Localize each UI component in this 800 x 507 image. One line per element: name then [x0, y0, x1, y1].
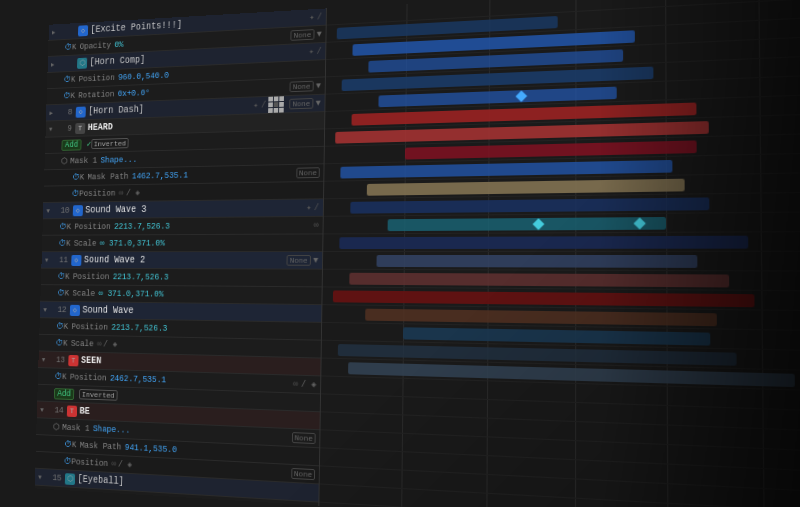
- layer-number: 12: [51, 305, 66, 314]
- add-badge: Add: [61, 139, 81, 150]
- layer-row[interactable]: ▶ ◇ [Excite Points!!!] ✦ /: [48, 8, 325, 40]
- layer-row-sub[interactable]: ⏱ K Rotation 0x-29.0°: [34, 502, 318, 505]
- row-controls: None: [296, 167, 323, 178]
- row-controls: ∞: [314, 220, 323, 230]
- stopwatch-icon: ⏱: [54, 371, 62, 381]
- layer-icon-comp: ⬡: [77, 57, 87, 68]
- track-bar: [349, 273, 729, 288]
- layer-number: 15: [46, 473, 61, 483]
- prop-label: K: [72, 42, 77, 51]
- track-bar: [388, 217, 666, 231]
- timeline-tracks: [319, 0, 800, 507]
- prop-value: 960.0,1472.0: [107, 493, 164, 505]
- row-controls: None ▼: [287, 255, 322, 266]
- layer-number: 10: [55, 206, 70, 215]
- expand-arrow[interactable]: ▼: [43, 306, 50, 313]
- stopwatch-icon: ⏱: [55, 338, 63, 348]
- layer-number: 11: [53, 255, 68, 264]
- expand-arrow[interactable]: ▼: [46, 207, 53, 214]
- track-row: [323, 232, 800, 252]
- prop-label: K: [80, 173, 85, 182]
- stopwatch-icon: ⏱: [51, 489, 59, 500]
- layer-icon-text: T: [75, 122, 85, 133]
- layer-number: [59, 63, 74, 64]
- prop-label: K: [64, 289, 69, 298]
- layer-number: 8: [58, 107, 73, 117]
- prop-label: K: [66, 239, 71, 248]
- layer-row-sub[interactable]: ⏱ K Scale ∞ 371.0,371.0%: [42, 234, 323, 252]
- stopwatch-icon: ⏱: [56, 321, 64, 331]
- layer-icon-shape: ◇: [71, 254, 81, 265]
- stopwatch-icon: ⏱: [63, 75, 71, 85]
- stopwatch-icon: ⏱: [59, 222, 67, 232]
- layer-icon-comp: ⬡: [65, 473, 75, 485]
- prop-value: 0%: [114, 40, 123, 50]
- prop-label: K: [58, 490, 63, 500]
- layer-list-panel: ▶ ◇ [Excite Points!!!] ✦ / ⏱ K Opacity 0…: [34, 8, 326, 505]
- prop-name: Position: [73, 272, 110, 281]
- timeline-area: [319, 0, 800, 507]
- row-controls: ✦ /: [309, 11, 326, 22]
- stopwatch-icon: ⏱: [63, 91, 71, 101]
- track-bar: [376, 255, 697, 268]
- layer-name: [Excite Points!!!]: [90, 20, 182, 35]
- layer-number: 9: [57, 124, 72, 134]
- prop-label: K: [62, 372, 67, 381]
- main-panel: ▶ ◇ [Excite Points!!!] ✦ / ⏱ K Opacity 0…: [34, 0, 800, 507]
- prop-name: Opacity: [80, 41, 112, 52]
- prop-name: Position: [66, 491, 103, 503]
- stopwatch-icon: ⏱: [64, 42, 72, 52]
- none-badge: None: [296, 167, 320, 178]
- stopwatch-icon: ⏱: [58, 238, 66, 248]
- row-controls: ✦ /: [306, 202, 323, 213]
- add-badge: Add: [54, 388, 75, 400]
- layer-icon: ◇: [76, 106, 86, 117]
- none-badge: None: [287, 255, 311, 266]
- stopwatch-icon: ⏱: [72, 189, 80, 199]
- layer-icon-shape: ◇: [78, 25, 88, 36]
- prop-label: K: [70, 91, 75, 100]
- prop-label: K: [63, 339, 68, 348]
- prop-label: K: [71, 75, 76, 84]
- prop-label: K: [63, 322, 68, 331]
- layer-name: [Eyeball]: [77, 474, 124, 487]
- prop-label: K: [65, 272, 70, 281]
- expand-arrow[interactable]: ▼: [49, 125, 56, 132]
- expand-arrow[interactable]: ▼: [45, 256, 52, 263]
- layer-number: 13: [50, 355, 65, 365]
- expand-arrow[interactable]: ▶: [52, 28, 59, 36]
- expand-arrow[interactable]: ▶: [51, 60, 58, 67]
- expand-arrow[interactable]: ▼: [40, 406, 47, 414]
- app-container: ▶ ◇ [Excite Points!!!] ✦ / ⏱ K Opacity 0…: [0, 0, 800, 507]
- prop-label: K: [66, 222, 71, 231]
- expand-arrow[interactable]: ▼: [38, 473, 45, 481]
- layer-icon-shape: ◇: [73, 205, 83, 216]
- stopwatch-icon: ⏱: [57, 271, 65, 281]
- expand-arrow[interactable]: ▶: [49, 109, 56, 116]
- layer-number: 14: [48, 405, 63, 415]
- layer-number: [60, 31, 75, 32]
- expand-arrow[interactable]: ▼: [42, 356, 49, 364]
- row-controls: ∞ / ◈: [293, 379, 320, 391]
- track-bar: [339, 236, 748, 249]
- stopwatch-icon: ⏱: [72, 172, 80, 182]
- stopwatch-icon: ⏱: [57, 288, 65, 298]
- prop-name: Scale: [74, 239, 97, 248]
- timeline-wrapper: ▶ ◇ [Excite Points!!!] ✦ / ⏱ K Opacity 0…: [34, 0, 800, 507]
